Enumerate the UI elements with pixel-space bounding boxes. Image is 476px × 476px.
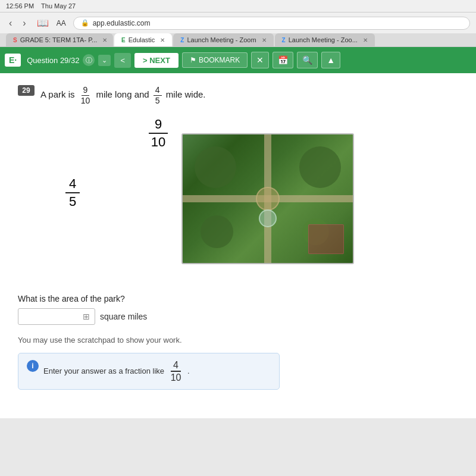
info-box: i Enter your answer as a fraction like 4…	[18, 353, 280, 390]
search-icon-button[interactable]: 🔍	[297, 52, 318, 68]
fraction1-numerator: 9	[82, 85, 90, 96]
calendar-icon-button[interactable]: 📅	[273, 52, 293, 68]
edulastic-toolbar: E· Question 29/32 ⓘ ⌄ < > NEXT ⚑ BOOKMAR…	[0, 47, 476, 73]
status-bar: 12:56 PM Thu May 27	[0, 0, 476, 12]
close-button[interactable]: ✕	[251, 52, 269, 68]
question-nav: Question 29/32	[27, 56, 79, 65]
url-text: app.edulastic.com	[93, 19, 151, 27]
answer-input-container[interactable]: ⊞	[18, 308, 95, 325]
area-question-label: What is the area of the park?	[18, 294, 458, 303]
example-fraction: 4 10	[168, 359, 184, 383]
fraction-four-fifths: 4 5	[154, 85, 162, 106]
fraction-nine-tenths: 9 10	[79, 85, 92, 106]
tab-grade5[interactable]: S GRADE 5: TERM 1TA- P... ✕	[6, 33, 113, 46]
bookmark-button[interactable]: ⚑ BOOKMARK	[182, 52, 248, 68]
diagram-area: 9 10 4 5	[18, 117, 458, 283]
tab-edulastic[interactable]: E Edulastic ✕	[114, 33, 172, 46]
fraction2-numerator: 4	[154, 85, 162, 96]
tab-label-zoom1: Launch Meeting - Zoom	[187, 36, 256, 43]
lock-icon: 🔒	[81, 19, 89, 27]
park-fountain	[259, 209, 277, 227]
address-bar[interactable]: 🔒 app.edulastic.com	[73, 17, 470, 30]
aa-label: AA	[57, 19, 66, 27]
prev-question-button[interactable]: <	[114, 53, 131, 68]
park-center-circle	[256, 187, 280, 211]
tab-favicon-zoom2: Z	[282, 37, 286, 43]
next-arrow-icon: >	[143, 56, 149, 65]
tab-zoom2[interactable]: Z Launch Meeting - Zoo... ✕	[275, 33, 375, 46]
next-label: NEXT	[149, 56, 170, 65]
display-fraction-9-10: 9 10	[149, 117, 168, 150]
park-green-patch-2	[299, 146, 341, 188]
bookmark-icon: ⚑	[190, 56, 196, 64]
next-question-button[interactable]: > NEXT	[134, 53, 178, 68]
time: 12:56 PM	[6, 2, 34, 10]
book-icon-button[interactable]: 📖	[34, 16, 52, 30]
display-frac-numerator: 9	[149, 117, 168, 132]
side-frac-numerator: 4	[65, 176, 80, 192]
answer-row: ⊞ square miles	[18, 308, 458, 325]
fraction2-denominator: 5	[154, 96, 162, 106]
tab-label-zoom2: Launch Meeting - Zoo...	[289, 36, 358, 43]
tab-label-grade5: GRADE 5: TERM 1TA- P...	[20, 36, 98, 43]
scratchpad-text: You may use the scratchpad to show your …	[18, 336, 458, 345]
question-number: 29	[18, 85, 35, 96]
tab-close-grade5[interactable]: ✕	[102, 37, 107, 43]
tab-close-zoom2[interactable]: ✕	[363, 37, 368, 43]
park-image	[181, 133, 354, 264]
example-fraction-denominator: 10	[168, 372, 184, 383]
question-header: 29 A park is 9 10 mile long and 4 5 mile…	[18, 85, 458, 106]
info-prefix-text: Enter your answer as a fraction like	[43, 366, 164, 375]
tab-close-zoom1[interactable]: ✕	[262, 37, 267, 43]
tabs-bar: S GRADE 5: TERM 1TA- P... ✕ E Edulastic …	[0, 33, 476, 46]
unit-label: square miles	[100, 312, 147, 321]
park-green-patch-1	[195, 146, 236, 188]
tab-favicon-grade5: S	[13, 37, 17, 43]
display-fraction-4-5: 4 5	[65, 176, 80, 209]
example-fraction-numerator: 4	[171, 359, 181, 372]
e-logo: E·	[5, 54, 21, 67]
main-content: 29 A park is 9 10 mile long and 4 5 mile…	[0, 73, 476, 418]
tab-close-edulastic[interactable]: ✕	[160, 37, 165, 43]
display-frac-denominator: 10	[149, 134, 168, 150]
dropdown-button[interactable]: ⌄	[98, 55, 111, 66]
question-text: A park is 9 10 mile long and 4 5 mile wi…	[40, 85, 206, 106]
tab-favicon-zoom1: Z	[180, 37, 184, 43]
fraction1-denominator: 10	[79, 96, 92, 106]
tab-zoom1[interactable]: Z Launch Meeting - Zoom ✕	[173, 33, 273, 46]
info-period: .	[187, 366, 190, 375]
fraction-input-icon: ⊞	[83, 312, 90, 321]
back-button[interactable]: ‹	[6, 17, 15, 30]
browser-chrome: ‹ › 📖 AA 🔒 app.edulastic.com S GRADE 5: …	[0, 12, 476, 47]
question-label: Question 29/32	[27, 56, 79, 65]
info-text-content: Enter your answer as a fraction like 4 1…	[43, 359, 190, 383]
question-text-mid: mile long and	[96, 89, 149, 99]
question-text-end: mile wide.	[166, 89, 206, 99]
question-info-icon[interactable]: ⓘ	[83, 54, 95, 66]
date: Thu May 27	[41, 2, 76, 10]
tab-favicon-edulastic: E	[121, 37, 126, 43]
info-icon: i	[27, 360, 39, 372]
question-text-before: A park is	[40, 89, 75, 99]
park-sports-court	[308, 224, 344, 254]
park-green-patch-3	[201, 215, 233, 248]
bookmark-label: BOOKMARK	[199, 56, 240, 64]
side-frac-denominator: 5	[65, 194, 80, 209]
nav-bar: ‹ › 📖 AA 🔒 app.edulastic.com	[0, 12, 476, 33]
upload-icon-button[interactable]: ▲	[321, 52, 340, 68]
tab-label-edulastic: Edulastic	[129, 36, 155, 43]
forward-button[interactable]: ›	[20, 17, 29, 30]
